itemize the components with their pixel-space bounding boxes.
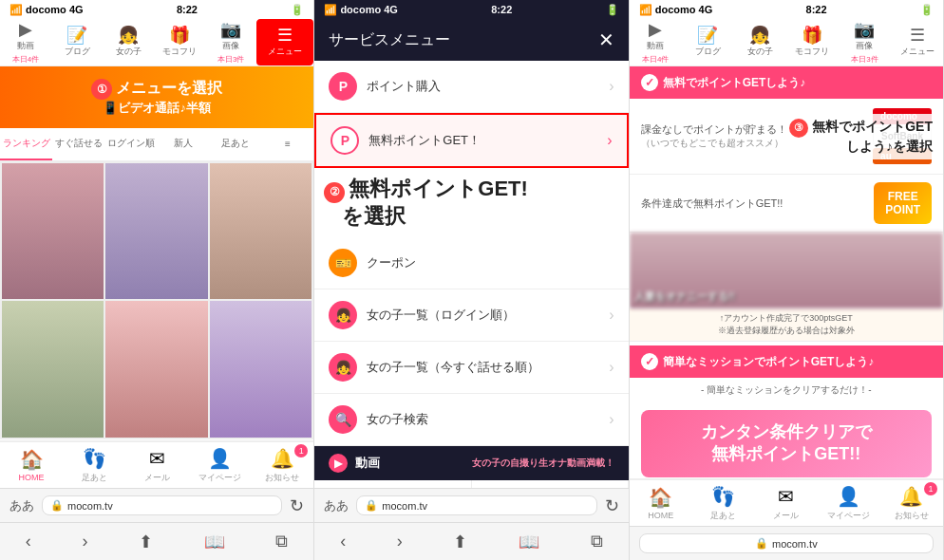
home-icon-1: 🏠: [20, 448, 44, 471]
video-section-icon: ▶: [329, 454, 348, 473]
nav-mocofuri-1[interactable]: 🎁 モコフリ: [154, 19, 205, 65]
lock-icon-1: 🔒: [50, 499, 64, 512]
free-point-badge: FREE POINT: [874, 182, 932, 224]
nav-mocofuri-3[interactable]: 🎁 モコフリ: [786, 19, 839, 65]
menu-free-points[interactable]: P 無料ポイントGET！ ›: [314, 113, 628, 168]
free-point-condition: 条件達成で無料ポイントGET!! FREE POINT: [630, 175, 943, 233]
footprint-icon-1: 👣: [83, 447, 106, 470]
girl-card-1[interactable]: [2, 163, 104, 299]
pts-info-line1: ↑アカウント作成完了で300ptsGET: [641, 312, 932, 325]
share-icon-1[interactable]: ⬆: [139, 532, 153, 552]
girls-talk-arrow: ›: [609, 359, 614, 376]
share-icon-2[interactable]: ⬆: [453, 532, 467, 552]
bookmarks-icon-1[interactable]: 📖: [204, 532, 225, 552]
forward-icon-1[interactable]: ›: [82, 532, 87, 551]
menu-point-purchase[interactable]: P ポイント購入 ›: [314, 61, 628, 113]
nav-photo-3[interactable]: 📷 画像 本日3件: [839, 19, 891, 65]
girl-card-5[interactable]: [105, 301, 207, 437]
notify-label-3: お知らせ: [895, 510, 929, 522]
mail-icon-1: ✉: [149, 447, 165, 470]
panel3-content: ✓ 無料でポイントGETしよう♪ ③無料でポイントGET しよう♪を選択 課金な…: [630, 66, 943, 478]
menu-icon-1: ☰: [277, 27, 293, 44]
bottom-home-3[interactable]: 🏠 HOME: [630, 480, 692, 526]
nav-blog-3[interactable]: 📝 ブログ: [682, 19, 734, 65]
mypage-icon-3: 👤: [837, 485, 860, 508]
carrier-desc: 課金なしでポイントが貯まる！: [641, 122, 865, 137]
panel-2: 📶 docomo 4G 8:22 🔋 サービスメニュー ✕ P ポイント購入 ›…: [314, 0, 629, 560]
nav-menu-1[interactable]: ☰ メニュー: [256, 19, 313, 65]
free-points-icon: P: [330, 126, 359, 155]
checkmark-icon: ✓: [641, 74, 658, 91]
bottom-notify-1[interactable]: 🔔 1 お知らせ: [251, 442, 313, 488]
bottom-mypage-3[interactable]: 👤 マイページ: [818, 480, 880, 526]
bottom-mail-3[interactable]: ✉ メール: [755, 480, 818, 526]
point-purchase-arrow: ›: [609, 78, 614, 95]
mission-banner: カンタン条件クリアで無料ポイントGET!!: [641, 410, 932, 477]
bookmarks-icon-2[interactable]: 📖: [519, 532, 539, 552]
nav-blog-1[interactable]: 📝 ブログ: [51, 19, 103, 65]
browser-url-1[interactable]: 🔒 mocom.tv: [42, 495, 282, 515]
tab-login[interactable]: ログイン順: [104, 128, 157, 160]
service-menu-header: サービスメニュー ✕: [314, 19, 628, 61]
tab-menu[interactable]: ≡: [261, 128, 313, 160]
nav-video-3[interactable]: ▶ 動画 本日4件: [630, 19, 682, 65]
carrier-badges: docomo SoftBank au: [873, 108, 932, 164]
nav-girls-1[interactable]: 👧 女の子: [103, 19, 154, 65]
url-text-2: mocom.tv: [382, 500, 427, 512]
video-sub-row-1: 新着順 › 前日ランキング ›: [314, 480, 628, 488]
nav-menu-3[interactable]: ☰ メニュー: [891, 19, 943, 65]
carrier-text: 課金なしでポイントが貯まる！ （いつでもどこでも超オススメ）: [641, 122, 865, 150]
menu-coupon[interactable]: 🎫 クーポン: [314, 237, 628, 289]
home-label-3: HOME: [648, 511, 673, 520]
reload-icon-1[interactable]: ↻: [290, 495, 304, 516]
browser-url-2[interactable]: 🔒 mocom.tv: [356, 495, 596, 515]
girl-card-6[interactable]: [210, 301, 312, 437]
browser-url-3[interactable]: 🔒 mocom.tv: [639, 533, 934, 553]
menu-girls-talk[interactable]: 👧 女の子一覧（今すぐ話せる順） ›: [314, 342, 628, 394]
menu-girls-search[interactable]: 🔍 女の子検索 ›: [314, 394, 628, 446]
blurred-text: 人妻をオナニーする!!: [634, 289, 938, 304]
girl-card-3[interactable]: [210, 163, 312, 299]
mail-label-1: メール: [144, 472, 170, 484]
photo-icon-3: 📷: [854, 21, 875, 38]
menu-girls-login[interactable]: 👧 女の子一覧（ログイン順） ›: [314, 289, 628, 342]
bottom-mypage-1[interactable]: 👤 マイページ: [188, 442, 251, 488]
close-menu-button[interactable]: ✕: [598, 28, 614, 51]
reload-icon-2[interactable]: ↻: [605, 495, 619, 516]
footprint-icon-3: 👣: [711, 485, 735, 508]
carrier-1: 📶 docomo 4G: [9, 4, 84, 16]
nav-girls-3[interactable]: 👧 女の子: [734, 19, 786, 65]
girl-card-2[interactable]: [105, 163, 207, 299]
nav-video-1[interactable]: ▶ 動画 本日4件: [0, 19, 51, 65]
status-bar-1: 📶 docomo 4G 8:22 🔋: [0, 0, 313, 19]
status-bar-2: 📶 docomo 4G 8:22 🔋: [314, 0, 628, 19]
tab-now[interactable]: すぐ話せる: [52, 128, 104, 160]
panel-1: 📶 docomo 4G 8:22 🔋 ▶ 動画 本日4件 📝 ブログ 👧 女の子…: [0, 0, 314, 560]
girl-card-4[interactable]: [2, 301, 104, 437]
point-label: POINT: [885, 203, 920, 216]
new-arrivals-button[interactable]: 新着順 ›: [314, 480, 471, 488]
back-icon-1[interactable]: ‹: [26, 532, 31, 551]
tab-ranking[interactable]: ランキング: [0, 128, 52, 160]
tabs-icon-1[interactable]: ⧉: [275, 532, 288, 551]
nav-blog-label-3: ブログ: [695, 46, 721, 58]
nav-photo-1[interactable]: 📷 画像 本日3件: [205, 19, 256, 65]
nav-girls-label-1: 女の子: [116, 46, 142, 58]
carrier-sub: （いつでもどこでも超オススメ）: [641, 137, 865, 150]
tabs-icon-2[interactable]: ⧉: [591, 532, 603, 551]
bottom-footprint-1[interactable]: 👣 足あと: [63, 442, 125, 488]
tab-new[interactable]: 新人: [157, 128, 209, 160]
browser-prefix-1: ああ: [9, 497, 34, 514]
back-icon-2[interactable]: ‹: [340, 532, 346, 551]
bottom-footprint-3[interactable]: 👣 足あと: [692, 480, 755, 526]
bottom-notify-3[interactable]: 🔔 1 お知らせ: [880, 480, 943, 526]
softbank-badge: SoftBank: [873, 127, 932, 145]
step2-instruction: ②無料ポイントGET! を選択: [314, 168, 628, 237]
forward-icon-2[interactable]: ›: [397, 532, 403, 551]
tab-footprint[interactable]: 足あと: [209, 128, 261, 160]
mission-title: 簡単なミッションでポイントGETしよう♪: [663, 354, 875, 370]
prev-ranking-button[interactable]: 前日ランキング ›: [472, 480, 629, 488]
bottom-mail-1[interactable]: ✉ メール: [125, 442, 188, 488]
nav-bar-1: ▶ 動画 本日4件 📝 ブログ 👧 女の子 🎁 モコフリ 📷 画像 本日3件 ☰…: [0, 19, 313, 66]
bottom-home-1[interactable]: 🏠 HOME: [0, 442, 63, 488]
